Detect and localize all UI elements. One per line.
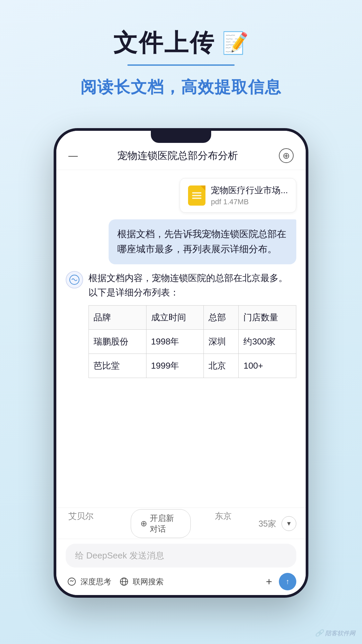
file-meta: pdf 1.47MB: [211, 198, 288, 206]
file-name: 宠物医疗行业市场...: [211, 184, 288, 196]
add-chat-button[interactable]: ⊕: [279, 148, 294, 163]
phone-content: — 宠物连锁医院总部分布分析 ⊕ 宠物: [56, 131, 306, 595]
ai-message-content: 根据文档内容，宠物连锁医院的总部在北京最多。以下是详细分布列表： 品牌 成立时间…: [88, 271, 296, 378]
file-icon: [188, 185, 205, 206]
deep-think-icon: [66, 576, 78, 588]
user-message: 根据文档，先告诉我宠物连锁医院总部在哪座城市最多，再列表展示详细分布。: [109, 219, 296, 264]
title-underline: [127, 64, 235, 66]
data-table-wrapper: 品牌 成立时间 总部 门店数量 瑞鹏股份 1998年: [88, 305, 296, 378]
cell-hq: 北京: [204, 354, 239, 378]
col-header-brand: 品牌: [89, 305, 146, 329]
file-attachment: 宠物医疗行业市场... pdf 1.47MB: [180, 178, 296, 213]
ai-response-text: 根据文档内容，宠物连锁医院的总部在北京最多。以下是详细分布列表：: [88, 271, 296, 300]
file-icon-line: [192, 198, 201, 199]
new-chat-button[interactable]: ⊕ 开启新对话: [131, 509, 190, 538]
data-table: 品牌 成立时间 总部 门店数量 瑞鹏股份 1998年: [88, 305, 296, 378]
ai-avatar: [66, 271, 83, 288]
cell-stores: 100+: [239, 354, 296, 378]
plus-circle-icon: ⊕: [140, 519, 147, 528]
chat-title: 宠物连锁医院总部分布分析: [117, 149, 238, 163]
web-search-item[interactable]: 联网搜索: [118, 576, 164, 588]
input-area: 给 DeepSeek 发送消息 深度思考: [56, 539, 306, 595]
page-title: 文件上传: [113, 27, 215, 59]
table-row: 芭比堂 1999年 北京 100+: [89, 354, 296, 378]
col-header-founded: 成立时间: [146, 305, 204, 329]
file-icon-line: [192, 195, 201, 196]
file-icon-line: [192, 192, 201, 194]
svg-point-1: [68, 578, 75, 585]
phone-notch: [151, 131, 211, 143]
title-icon: 📝: [222, 31, 249, 56]
ai-message-row: 根据文档内容，宠物连锁医院的总部在北京最多。以下是详细分布列表： 品牌 成立时间…: [66, 271, 296, 378]
table-header-row: 品牌 成立时间 总部 门店数量: [89, 305, 296, 329]
table-row: 瑞鹏股份 1998年 深圳 约300家: [89, 329, 296, 354]
web-search-label: 联网搜索: [133, 577, 164, 587]
cell-hq: 深圳: [204, 329, 239, 354]
cell-brand: 芭比堂: [89, 354, 146, 378]
col-header-hq: 总部: [204, 305, 239, 329]
cell-stores: 约300家: [239, 329, 296, 354]
page-subtitle: 阅读长文档，高效提取信息: [0, 76, 362, 98]
phone-wrapper: — 宠物连锁医院总部分布分析 ⊕ 宠物: [0, 128, 362, 598]
message-input[interactable]: 给 DeepSeek 发送消息: [66, 544, 296, 568]
cell-founded: 1998年: [146, 329, 204, 354]
bottom-overlay: 艾贝尔 ⊕ 开启新对话 东京 35家 ▼: [56, 507, 306, 539]
chat-messages: 宠物医疗行业市场... pdf 1.47MB 根据文档，先告诉我宠物连锁医院总部…: [56, 170, 306, 507]
attachment-plus-button[interactable]: +: [266, 576, 272, 588]
scroll-down-button[interactable]: ▼: [282, 516, 296, 531]
cell-founded: 1999年: [146, 354, 204, 378]
partial-cell-hq: 东京: [191, 509, 256, 538]
deep-think-label: 深度思考: [80, 577, 111, 587]
title-row: 文件上传 📝: [0, 27, 362, 59]
deep-think-item[interactable]: 深度思考: [66, 576, 111, 588]
phone-frame: — 宠物连锁医院总部分布分析 ⊕ 宠物: [54, 128, 308, 598]
partial-cell-stores: 35家: [256, 517, 279, 531]
menu-icon[interactable]: —: [68, 150, 76, 161]
col-header-stores: 门店数量: [239, 305, 296, 329]
file-info: 宠物医疗行业市场... pdf 1.47MB: [211, 184, 288, 206]
watermark: 🔗 陪客软件网: [315, 629, 355, 637]
bottom-toolbar: 深度思考 联网搜索 + ↑: [66, 573, 296, 590]
web-search-icon: [118, 576, 130, 588]
file-icon-lines: [191, 191, 203, 200]
cell-brand: 瑞鹏股份: [89, 329, 146, 354]
new-chat-label: 开启新对话: [150, 513, 181, 534]
page-header: 文件上传 📝 阅读长文档，高效提取信息: [0, 0, 362, 108]
partial-cell-brand: 艾贝尔: [66, 509, 131, 538]
send-button[interactable]: ↑: [279, 573, 296, 590]
partial-row: 艾贝尔 ⊕ 开启新对话 东京 35家 ▼: [66, 509, 296, 538]
